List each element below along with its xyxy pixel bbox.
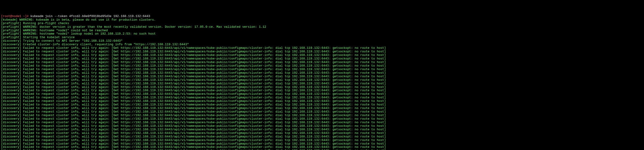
prompt-prefix: [root@node1 ~]# bbox=[1, 15, 30, 18]
output-line: [discovery] Failed to request cluster in… bbox=[1, 82, 643, 86]
output-line: [discovery] Failed to request cluster in… bbox=[1, 68, 643, 71]
output-line: [discovery] Failed to request cluster in… bbox=[1, 114, 643, 117]
output-line: [preflight] WARNING: hostname "node1" lo… bbox=[1, 32, 643, 36]
output-line: [discovery] Failed to request cluster in… bbox=[1, 103, 643, 107]
output-line: [discovery] Failed to request cluster in… bbox=[1, 57, 643, 61]
output-line: [discovery] Failed to request cluster in… bbox=[1, 131, 643, 135]
output-line: [discovery] Failed to request cluster in… bbox=[1, 121, 643, 124]
output-line: [discovery] Failed to request cluster in… bbox=[1, 92, 643, 96]
output-line: [discovery] Failed to request cluster in… bbox=[1, 135, 643, 139]
output-line: [discovery] Created cluster-info discove… bbox=[1, 43, 643, 46]
output-line: [discovery] Failed to request cluster in… bbox=[1, 100, 643, 103]
output-line: [discovery] Failed to request cluster in… bbox=[1, 75, 643, 79]
prompt-command: kubeadm join --token 4fccd2.b0e0f8918bd9… bbox=[30, 15, 150, 18]
output-line: [discovery] Failed to request cluster in… bbox=[1, 79, 643, 82]
output-line: [discovery] Failed to request cluster in… bbox=[1, 117, 643, 121]
output-line: [discovery] Failed to request cluster in… bbox=[1, 61, 643, 64]
output-line: [discovery] Failed to request cluster in… bbox=[1, 139, 643, 142]
output-line: [discovery] Failed to request cluster in… bbox=[1, 149, 643, 150]
output-line: [preflight] WARNING: docker version is g… bbox=[1, 25, 643, 29]
output-line: [preflight] Starting the kubelet service bbox=[1, 36, 643, 39]
output-line: [discovery] Failed to request cluster in… bbox=[1, 46, 643, 50]
output-line: [discovery] Failed to request cluster in… bbox=[1, 96, 643, 100]
output-line: [discovery] Failed to request cluster in… bbox=[1, 128, 643, 131]
output-line: [discovery] Failed to request cluster in… bbox=[1, 110, 643, 114]
output-line: [preflight] WARNING: hostname "node1" co… bbox=[1, 29, 643, 32]
output-line: [discovery] Failed to request cluster in… bbox=[1, 89, 643, 92]
prompt-line: [root@node1 ~]# kubeadm join --token 4fc… bbox=[1, 15, 643, 18]
output-line: [discovery] Failed to request cluster in… bbox=[1, 142, 643, 146]
output-line: [discovery] Failed to request cluster in… bbox=[1, 86, 643, 89]
output-line: [discovery] Failed to request cluster in… bbox=[1, 50, 643, 54]
output-line: [discovery] Trying to connect to API Ser… bbox=[1, 39, 643, 43]
output-line: [discovery] Failed to request cluster in… bbox=[1, 124, 643, 128]
output-line: [discovery] Failed to request cluster in… bbox=[1, 54, 643, 57]
output-line: [discovery] Failed to request cluster in… bbox=[1, 64, 643, 68]
output-line: [discovery] Failed to request cluster in… bbox=[1, 71, 643, 75]
output-line: [preflight] Running pre-flight checks bbox=[1, 22, 643, 25]
terminal-output: [root@node1 ~]# kubeadm join --token 4fc… bbox=[1, 15, 643, 150]
output-line: [kubeadm] WARNING: kubeadm is in beta, p… bbox=[1, 18, 643, 22]
output-line: [discovery] Failed to request cluster in… bbox=[1, 145, 643, 149]
output-line: [discovery] Failed to request cluster in… bbox=[1, 107, 643, 110]
